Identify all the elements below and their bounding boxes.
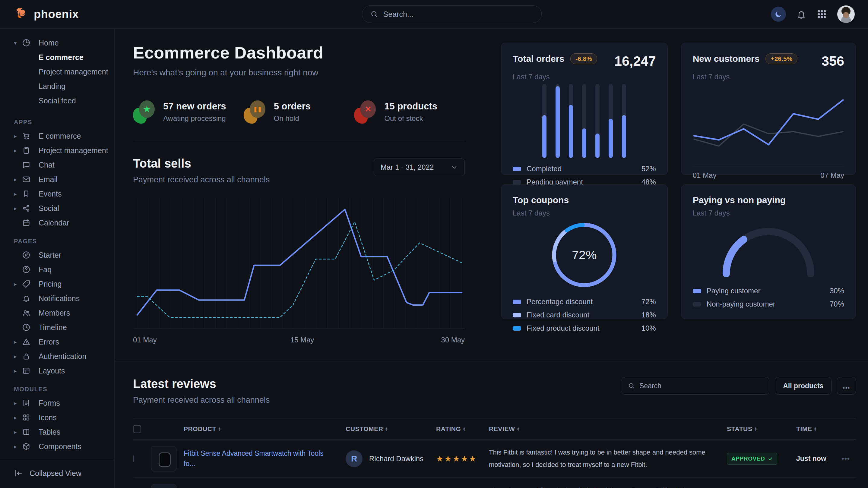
date-range-select[interactable]: Mar 1 - 31, 2022	[374, 159, 465, 176]
card-period: Last 7 days	[693, 73, 844, 81]
sidebar-item-label: Calendar	[39, 219, 69, 227]
sidebar-item-icons[interactable]: ▸Icons	[0, 410, 114, 425]
sidebar-subitem-project-management[interactable]: Project management	[0, 65, 114, 79]
sidebar-item-layouts[interactable]: ▸Layouts	[0, 363, 114, 378]
legend-swatch	[513, 313, 521, 317]
phoenix-logo-icon	[13, 6, 29, 22]
row-actions-button[interactable]: •••	[841, 455, 856, 463]
grid-icon	[22, 413, 31, 422]
sidebar-item-label: Layouts	[39, 366, 65, 375]
sidebar-item-tables[interactable]: ▸Tables	[0, 425, 114, 439]
total-orders-card: Total orders -6.8% 16,247 Last 7 days Co…	[501, 43, 668, 175]
apps-grid-icon[interactable]	[817, 9, 827, 19]
order-bar	[582, 84, 586, 158]
bell-icon	[22, 294, 31, 303]
sidebar-subitem-e-commerce[interactable]: E commerce	[0, 50, 114, 65]
status-badge: APPROVED	[727, 453, 777, 465]
global-search[interactable]	[362, 5, 542, 23]
column-header-product[interactable]: PRODUCT▴▾	[184, 425, 346, 432]
sidebar-item-components[interactable]: ▸Components	[0, 439, 114, 454]
total-sells-chart: 01 May 15 May 30 May	[133, 195, 465, 345]
sidebar-item-members[interactable]: Members	[0, 306, 114, 320]
sidebar-item-starter[interactable]: Starter	[0, 248, 114, 262]
product-link[interactable]: Fitbit Sense Advanced Smartwatch with To…	[184, 449, 346, 469]
select-all-checkbox[interactable]	[133, 425, 141, 433]
sidebar-item-label: Home	[39, 39, 59, 47]
column-header-customer[interactable]: CUSTOMER▴▾	[346, 425, 436, 432]
more-options-button[interactable]: ...	[837, 377, 856, 395]
brand-logo[interactable]: phoenix	[13, 6, 79, 22]
caret-right-icon: ▸	[14, 281, 22, 288]
stat-title: 15 products	[384, 101, 437, 112]
column-header-status[interactable]: STATUS▴▾	[727, 425, 796, 432]
sidebar-item-notifications[interactable]: Notifications	[0, 291, 114, 306]
page-subtitle: Here's what's going on at your business …	[133, 68, 465, 77]
sidebar-item-errors[interactable]: ▸Errors	[0, 334, 114, 349]
global-search-input[interactable]	[383, 10, 533, 19]
legend-value: 52%	[642, 165, 656, 173]
sort-icon[interactable]: ▴▾	[219, 427, 220, 431]
sidebar-item-events[interactable]: ▸Events	[0, 187, 114, 201]
sidebar-item-label: Email	[39, 175, 58, 184]
sidebar-subitem-landing[interactable]: Landing	[0, 79, 114, 93]
sidebar-item-faq[interactable]: Faq	[0, 262, 114, 277]
orders-bar-chart	[513, 84, 656, 158]
bell-icon[interactable]	[796, 9, 806, 19]
sidebar-item-label: Social	[39, 204, 59, 213]
sidebar-item-pricing[interactable]: ▸Pricing	[0, 277, 114, 291]
stat-green: ★57 new ordersAwating processing	[133, 100, 244, 124]
sidebar-item-label: Errors	[39, 337, 59, 346]
theme-toggle-button[interactable]	[771, 7, 786, 22]
sidebar-item-label: Icons	[39, 413, 57, 422]
all-products-button[interactable]: All products	[775, 377, 832, 395]
sidebar-item-forms[interactable]: ▸Forms	[0, 396, 114, 410]
column-header-review[interactable]: REVIEW▴▾	[489, 425, 727, 432]
product-thumbnail[interactable]	[151, 484, 177, 488]
sidebar-item-email[interactable]: ▸Email	[0, 172, 114, 187]
column-header-time[interactable]: TIME▴▾	[796, 425, 841, 432]
legend-label: Percentage discount	[527, 297, 593, 306]
customers-line-chart	[693, 87, 844, 164]
sidebar-item-home[interactable]: ▾Home	[0, 36, 114, 50]
sidebar-subitem-social-feed[interactable]: Social feed	[0, 93, 114, 108]
sidebar-item-e-commerce[interactable]: ▸E commerce	[0, 129, 114, 143]
product-thumbnail[interactable]	[151, 446, 177, 471]
legend-swatch	[693, 289, 701, 293]
reviews-search-input[interactable]	[640, 382, 763, 390]
caret-right-icon: ▸	[14, 147, 22, 154]
card-period: Last 7 days	[513, 73, 656, 81]
order-bar	[556, 84, 560, 158]
sort-icon[interactable]: ▴▾	[386, 427, 388, 431]
x-tick: 01 May	[693, 171, 717, 180]
sidebar-item-timeline[interactable]: Timeline	[0, 320, 114, 334]
legend-label: Paying customer	[707, 287, 761, 295]
collapse-label: Collapsed View	[30, 469, 82, 478]
caret-right-icon: ▸	[14, 443, 22, 450]
sidebar-item-project-management[interactable]: ▸Project management	[0, 143, 114, 158]
legend-item: Fixed card discount18%	[513, 311, 656, 319]
review-row: iPhone 13 pro max-Pacific Blue-128GB sto…	[133, 478, 856, 488]
paying-gauge-chart	[693, 217, 844, 282]
customers-x-axis: 01 May07 May	[693, 166, 844, 180]
sort-icon[interactable]: ▴▾	[517, 427, 519, 431]
sidebar-item-label: E commerce	[39, 132, 81, 140]
legend-item: Fixed product discount10%	[513, 324, 656, 332]
sidebar-item-social[interactable]: ▸Social	[0, 201, 114, 216]
legend-value: 72%	[642, 297, 656, 306]
sort-icon[interactable]: ▴▾	[464, 427, 465, 431]
select-all-checkbox-cell	[133, 425, 151, 433]
coupons-donut-chart: 72%	[513, 217, 656, 293]
row-checkbox[interactable]	[133, 455, 134, 462]
user-avatar[interactable]	[837, 5, 855, 23]
collapse-sidebar-button[interactable]: Collapsed View	[0, 460, 114, 488]
reviews-search[interactable]	[622, 377, 769, 395]
stat-subtitle: Awating processing	[163, 114, 226, 123]
sidebar-item-authentication[interactable]: ▸Authentication	[0, 349, 114, 363]
column-header-rating[interactable]: RATING▴▾	[436, 425, 489, 432]
sort-icon[interactable]: ▴▾	[815, 427, 816, 431]
legend-swatch	[693, 302, 701, 306]
sidebar-item-calendar[interactable]: Calendar	[0, 216, 114, 230]
legend-label: Fixed product discount	[527, 324, 599, 332]
sidebar-item-chat[interactable]: Chat	[0, 158, 114, 172]
sort-icon[interactable]: ▴▾	[754, 427, 756, 431]
